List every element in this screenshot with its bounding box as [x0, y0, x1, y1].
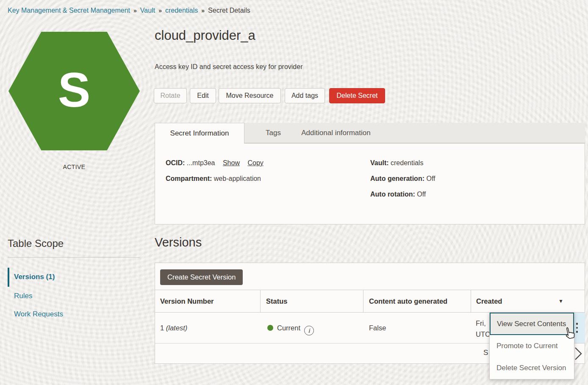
row-actions-context-menu: View Secret Contents Promote to Current … [489, 312, 574, 379]
auto-rotation-row: Auto rotation: Off [370, 191, 426, 198]
tab-additional-information[interactable]: Additional information [289, 123, 383, 143]
breadcrumb-separator: » [201, 7, 205, 14]
sort-desc-icon[interactable]: ▼ [558, 290, 563, 312]
info-icon[interactable]: i [304, 326, 314, 335]
footer-showing-text: S [483, 343, 488, 363]
active-nav-indicator [8, 268, 9, 287]
move-resource-button[interactable]: Move Resource [219, 88, 281, 103]
version-latest-suffix: (latest) [166, 324, 187, 332]
page-description: Access key ID and secret access key for … [155, 63, 302, 71]
tab-secret-information[interactable]: Secret Information [155, 123, 244, 144]
add-tags-button[interactable]: Add tags [285, 88, 325, 103]
ocid-copy-link[interactable]: Copy [247, 159, 263, 166]
cell-status: Currenti [267, 313, 314, 343]
sidebar-title: Table Scope [8, 238, 64, 249]
compartment-value: web-application [214, 175, 261, 182]
sidebar-item-rules[interactable]: Rules [14, 292, 32, 300]
breadcrumb: Key Management & Secret Management»Vault… [8, 7, 250, 14]
ocid-row: OCID: ...mtp3ea Show Copy [166, 159, 263, 167]
version-number-value: 1 [160, 324, 164, 332]
secret-hexagon-icon: S [8, 32, 140, 150]
breadcrumb-credentials[interactable]: credentials [165, 7, 198, 14]
column-header-content-auto-generated: Content auto generated [369, 290, 447, 313]
secret-details-page: Key Management & Secret Management»Vault… [0, 0, 588, 385]
cell-content-auto-generated: False [369, 313, 386, 343]
edit-button[interactable]: Edit [190, 88, 216, 103]
breadcrumb-separator: » [133, 7, 137, 14]
status-badge: ACTIVE [8, 163, 140, 170]
create-secret-version-button[interactable]: Create Secret Version [160, 269, 243, 285]
cell-created: Fri, UTC [476, 318, 490, 340]
secret-information-panel: OCID: ...mtp3ea Show Copy Compartment: w… [155, 143, 585, 224]
chevron-right-icon [574, 346, 583, 361]
column-header-status: Status [266, 290, 287, 313]
rotate-button[interactable]: Rotate [154, 88, 187, 103]
auto-rotation-value: Off [417, 191, 426, 198]
column-divider [471, 290, 471, 312]
auto-generation-value: Off [426, 175, 435, 182]
sidebar-item-work-requests[interactable]: Work Requests [14, 310, 63, 319]
breadcrumb-separator: » [158, 7, 162, 14]
created-line1: Fri, [476, 318, 490, 329]
auto-generation-row: Auto generation: Off [370, 175, 435, 183]
breadcrumb-vault[interactable]: Vault [140, 7, 155, 14]
breadcrumb-key-management[interactable]: Key Management & Secret Management [8, 7, 130, 14]
vault-label: Vault: [370, 159, 389, 166]
auto-generation-label: Auto generation: [370, 175, 424, 182]
column-header-version-number: Version Number [160, 290, 214, 313]
table-header-row: Version Number Status Content auto gener… [155, 290, 585, 313]
vault-row: Vault: credentials [370, 159, 423, 167]
cell-version-number: 1 (latest) [160, 313, 187, 343]
tab-strip: Secret Information Tags Additional infor… [155, 123, 585, 143]
column-header-created[interactable]: Created [476, 290, 502, 313]
auto-rotation-label: Auto rotation: [370, 191, 415, 198]
compartment-row: Compartment: web-application [166, 175, 261, 183]
kebab-menu-icon [576, 331, 578, 333]
breadcrumb-current: Secret Details [208, 7, 250, 14]
compartment-label: Compartment: [166, 175, 212, 182]
versions-heading: Versions [155, 235, 202, 249]
menu-item-promote-to-current[interactable]: Promote to Current [490, 335, 574, 357]
sidebar-divider [8, 257, 140, 258]
delete-secret-button[interactable]: Delete Secret [329, 88, 385, 103]
column-divider [260, 290, 261, 312]
vault-value: credentials [391, 159, 423, 166]
column-divider [363, 290, 363, 312]
created-line2: UTC [476, 329, 490, 340]
secret-avatar-letter: S [8, 32, 140, 150]
status-value: Current [277, 324, 300, 332]
menu-item-delete-secret-version[interactable]: Delete Secret Version [490, 357, 574, 379]
ocid-label: OCID: [166, 159, 185, 166]
sidebar-item-versions[interactable]: Versions (1) [14, 273, 55, 281]
kebab-menu-icon [576, 327, 578, 329]
menu-item-view-secret-contents[interactable]: View Secret Contents [490, 313, 574, 335]
status-dot-green [267, 325, 273, 331]
ocid-show-link[interactable]: Show [223, 159, 240, 166]
ocid-value: ...mtp3ea [187, 159, 215, 166]
kebab-menu-icon [576, 323, 578, 325]
page-title: cloud_provider_a [155, 28, 255, 43]
